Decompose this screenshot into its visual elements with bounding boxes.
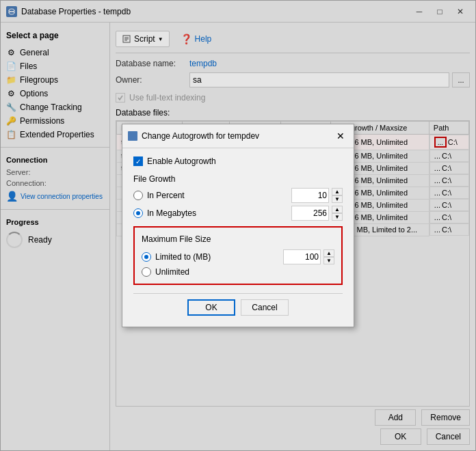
in-megabytes-label: In Megabytes xyxy=(147,208,287,218)
in-megabytes-input[interactable] xyxy=(291,206,329,221)
enable-autogrowth-row: ✓ Enable Autogrowth xyxy=(133,156,343,166)
main-window: Database Properties - tempdb ─ □ ✕ Selec… xyxy=(0,0,476,451)
limited-to-input[interactable] xyxy=(283,249,321,264)
limited-to-up[interactable]: ▲ xyxy=(323,249,334,257)
limited-to-input-group: ▲ ▼ xyxy=(283,249,334,264)
modal-body: ✓ Enable Autogrowth File Growth In Perce… xyxy=(122,148,354,327)
limited-to-spinners: ▲ ▼ xyxy=(323,249,334,264)
modal-overlay: Change Autogrowth for tempdev ✕ ✓ Enable… xyxy=(1,1,475,450)
in-percent-label: In Percent xyxy=(147,191,287,200)
modal-title-left: Change Autogrowth for tempdev xyxy=(128,131,259,141)
unlimited-row: Unlimited xyxy=(142,267,334,277)
modal-title-bar: Change Autogrowth for tempdev ✕ xyxy=(122,124,354,148)
in-megabytes-input-group: ▲ ▼ xyxy=(291,206,343,221)
modal-buttons: OK Cancel xyxy=(133,293,343,318)
in-percent-input-group: ▲ ▼ xyxy=(291,188,343,203)
modal-title-icon xyxy=(128,131,137,141)
in-megabytes-radio[interactable] xyxy=(133,208,143,218)
in-percent-radio[interactable] xyxy=(133,191,143,200)
max-file-size-section: Maximum File Size Limited to (MB) ▲ ▼ xyxy=(133,226,343,285)
max-file-size-label: Maximum File Size xyxy=(142,234,334,244)
in-percent-down[interactable]: ▼ xyxy=(332,195,343,203)
file-growth-heading: File Growth xyxy=(133,174,343,184)
unlimited-radio[interactable] xyxy=(142,267,151,277)
in-percent-row: In Percent ▲ ▼ xyxy=(133,188,343,203)
modal-ok-button[interactable]: OK xyxy=(187,299,235,316)
in-percent-spinners: ▲ ▼ xyxy=(332,188,343,203)
limited-to-down[interactable]: ▼ xyxy=(323,257,334,264)
modal-cancel-button[interactable]: Cancel xyxy=(241,299,289,316)
in-megabytes-up[interactable]: ▲ xyxy=(332,206,343,213)
in-percent-input[interactable] xyxy=(291,188,329,203)
in-percent-up[interactable]: ▲ xyxy=(332,188,343,195)
enable-autogrowth-label: Enable Autogrowth xyxy=(147,156,216,166)
limited-to-label: Limited to (MB) xyxy=(155,252,279,262)
modal-title: Change Autogrowth for tempdev xyxy=(142,131,259,141)
in-megabytes-row: In Megabytes ▲ ▼ xyxy=(133,206,343,221)
autogrowth-modal: Change Autogrowth for tempdev ✕ ✓ Enable… xyxy=(122,124,354,327)
limited-to-row: Limited to (MB) ▲ ▼ xyxy=(142,249,334,264)
modal-close-button[interactable]: ✕ xyxy=(333,128,348,144)
in-megabytes-down[interactable]: ▼ xyxy=(332,213,343,221)
enable-autogrowth-checkbox[interactable]: ✓ xyxy=(133,156,143,166)
limited-to-radio[interactable] xyxy=(142,252,151,262)
in-megabytes-spinners: ▲ ▼ xyxy=(332,206,343,221)
limited-to-radio-dot xyxy=(144,255,148,259)
radio-dot xyxy=(136,211,140,215)
unlimited-label: Unlimited xyxy=(155,267,189,277)
